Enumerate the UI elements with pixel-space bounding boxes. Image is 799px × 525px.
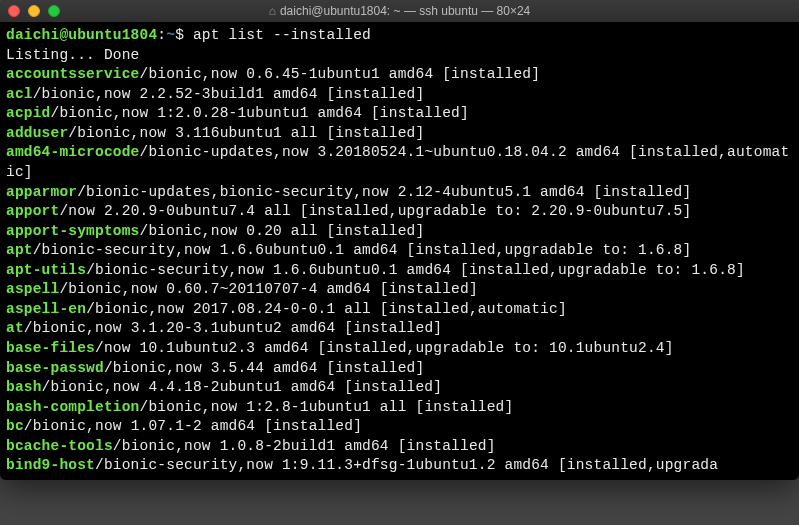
package-line: bcache-tools/bionic,now 1.0.8-2build1 am… (6, 437, 793, 457)
package-name: at (6, 320, 24, 336)
package-line: accountsservice/bionic,now 0.6.45-1ubunt… (6, 65, 793, 85)
package-details: /bionic,now 1.0.8-2build1 amd64 [install… (113, 438, 496, 454)
package-details: /bionic,now 0.6.45-1ubuntu1 amd64 [insta… (140, 66, 541, 82)
package-details: /bionic,now 1.07.1-2 amd64 [installed] (24, 418, 362, 434)
package-details: /now 2.20.9-0ubuntu7.4 all [installed,up… (59, 203, 691, 219)
package-line: acpid/bionic,now 1:2.0.28-1ubuntu1 amd64… (6, 104, 793, 124)
package-name: apt-utils (6, 262, 86, 278)
titlebar[interactable]: ⌂daichi@ubuntu1804: ~ — ssh ubuntu — 80×… (0, 0, 799, 22)
window-title-text: daichi@ubuntu1804: ~ — ssh ubuntu — 80×2… (280, 4, 530, 18)
package-name: acl (6, 86, 33, 102)
package-details: /now 10.1ubuntu2.3 amd64 [installed,upgr… (95, 340, 674, 356)
package-line: bash/bionic,now 4.4.18-2ubuntu1 amd64 [i… (6, 378, 793, 398)
package-line: aspell/bionic,now 0.60.7~20110707-4 amd6… (6, 280, 793, 300)
package-details: /bionic,now 0.20 all [installed] (140, 223, 425, 239)
package-name: aspell (6, 281, 59, 297)
package-name: base-files (6, 340, 95, 356)
package-details: /bionic,now 2017.08.24-0-0.1 all [instal… (86, 301, 567, 317)
package-details: /bionic,now 3.5.44 amd64 [installed] (104, 360, 424, 376)
package-line: adduser/bionic,now 3.116ubuntu1 all [ins… (6, 124, 793, 144)
package-line: apport/now 2.20.9-0ubuntu7.4 all [instal… (6, 202, 793, 222)
listing-line: Listing... Done (6, 46, 793, 66)
package-details: /bionic,now 3.1.20-3.1ubuntu2 amd64 [ins… (24, 320, 442, 336)
package-line: aspell-en/bionic,now 2017.08.24-0-0.1 al… (6, 300, 793, 320)
package-name: apt (6, 242, 33, 258)
package-line: amd64-microcode/bionic-updates,now 3.201… (6, 143, 793, 182)
package-name: adduser (6, 125, 68, 141)
package-details: /bionic,now 1:2.8-1ubuntu1 all [installe… (140, 399, 514, 415)
package-line: apt/bionic-security,now 1.6.6ubuntu0.1 a… (6, 241, 793, 261)
package-name: aspell-en (6, 301, 86, 317)
close-icon[interactable] (8, 5, 20, 17)
package-name: bcache-tools (6, 438, 113, 454)
minimize-icon[interactable] (28, 5, 40, 17)
package-details: /bionic,now 2.2.52-3build1 amd64 [instal… (33, 86, 425, 102)
home-icon: ⌂ (269, 4, 276, 18)
typed-command: apt list --installed (184, 27, 371, 43)
package-name: accountsservice (6, 66, 140, 82)
package-line: apparmor/bionic-updates,bionic-security,… (6, 183, 793, 203)
package-line: apport-symptoms/bionic,now 0.20 all [ins… (6, 222, 793, 242)
package-name: apport-symptoms (6, 223, 140, 239)
prompt-line: daichi@ubuntu1804:~$ apt list --installe… (6, 26, 793, 46)
package-name: bind9-host (6, 457, 95, 473)
package-details: /bionic,now 4.4.18-2ubuntu1 amd64 [insta… (42, 379, 443, 395)
package-line: at/bionic,now 3.1.20-3.1ubuntu2 amd64 [i… (6, 319, 793, 339)
package-name: bash (6, 379, 42, 395)
package-line: base-passwd/bionic,now 3.5.44 amd64 [ins… (6, 359, 793, 379)
prompt-user-host: daichi@ubuntu1804 (6, 27, 157, 43)
package-details: /bionic,now 3.116ubuntu1 all [installed] (68, 125, 424, 141)
package-details: /bionic,now 1:2.0.28-1ubuntu1 amd64 [ins… (51, 105, 469, 121)
package-name: amd64-microcode (6, 144, 140, 160)
package-line: apt-utils/bionic-security,now 1.6.6ubunt… (6, 261, 793, 281)
package-details: /bionic,now 0.60.7~20110707-4 amd64 [ins… (59, 281, 477, 297)
terminal-window: ⌂daichi@ubuntu1804: ~ — ssh ubuntu — 80×… (0, 0, 799, 480)
package-name: apparmor (6, 184, 77, 200)
package-line: acl/bionic,now 2.2.52-3build1 amd64 [ins… (6, 85, 793, 105)
terminal-body[interactable]: daichi@ubuntu1804:~$ apt list --installe… (0, 22, 799, 480)
package-line: bind9-host/bionic-security,now 1:9.11.3+… (6, 456, 793, 476)
package-details: /bionic-security,now 1.6.6ubuntu0.1 amd6… (86, 262, 745, 278)
package-line: base-files/now 10.1ubuntu2.3 amd64 [inst… (6, 339, 793, 359)
package-name: base-passwd (6, 360, 104, 376)
package-details: /bionic-security,now 1:9.11.3+dfsg-1ubun… (95, 457, 718, 473)
package-name: bash-completion (6, 399, 140, 415)
package-name: apport (6, 203, 59, 219)
package-details: /bionic-updates,bionic-security,now 2.12… (77, 184, 691, 200)
traffic-lights (8, 5, 60, 17)
prompt-path: ~ (166, 27, 175, 43)
prompt-colon: : (157, 27, 166, 43)
zoom-icon[interactable] (48, 5, 60, 17)
window-title: ⌂daichi@ubuntu1804: ~ — ssh ubuntu — 80×… (8, 4, 791, 18)
package-line: bash-completion/bionic,now 1:2.8-1ubuntu… (6, 398, 793, 418)
package-name: acpid (6, 105, 51, 121)
package-line: bc/bionic,now 1.07.1-2 amd64 [installed] (6, 417, 793, 437)
prompt-dollar: $ (175, 27, 184, 43)
package-details: /bionic-security,now 1.6.6ubuntu0.1 amd6… (33, 242, 692, 258)
package-name: bc (6, 418, 24, 434)
